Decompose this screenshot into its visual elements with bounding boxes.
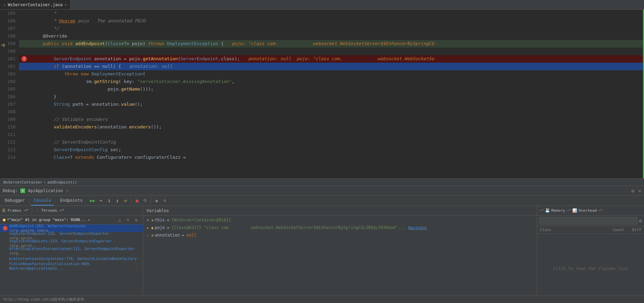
var-expand-pojo[interactable]: ▶ — [146, 226, 150, 230]
breadcrumb-method: addEndpoint() — [47, 180, 77, 185]
frame-error-icon-1: ! — [3, 226, 8, 231]
var-expand-this[interactable]: ▼ — [146, 218, 150, 222]
tab-console[interactable]: Console — [31, 196, 54, 206]
debug-header: Debug: ▶ ApiApplication ✕ ⚙ ✕ — [0, 186, 644, 196]
memory-empty-message: Click to load the classes list — [553, 266, 628, 271]
tab-endpoints-label: Endpoints — [60, 198, 82, 203]
sort-button[interactable]: ⇅ — [132, 216, 140, 224]
frame-item-1[interactable]: ! addEndpoint:202, WsServerContainer (or… — [0, 224, 143, 232]
status-bar: http://blog.csdn.net/@路华风小确幸发布 — [0, 295, 644, 303]
frame-jump-1[interactable]: ⤴ — [133, 225, 140, 232]
tab-bar: ☕ WsServerContainer.java ✕ — [0, 0, 644, 10]
run-to-cursor-button[interactable]: ⤾ — [122, 197, 129, 205]
tab-ws-server-container[interactable]: ☕ WsServerContainer.java ✕ — [0, 0, 71, 9]
frame-item-2[interactable]: registerEndpoint:155, ServerEndpointExpo… — [0, 232, 143, 240]
memory-search-bar: ⚙ — [537, 216, 644, 226]
frame-jump-6[interactable]: ⤴ — [134, 263, 140, 270]
debug-title-label: Debug: — [3, 188, 18, 193]
frame-list: ! addEndpoint:202, WsServerContainer (or… — [0, 224, 143, 303]
code-line-199: 199 ↑@ public void addEndpoint(Class<?> … — [0, 40, 644, 48]
memory-body[interactable]: Click to load the classes list — [537, 234, 644, 303]
var-this[interactable]: ▼ ≡ this = {WsServerContainer@9181} — [143, 216, 537, 224]
thread-dropdown-arrow: ▼ — [88, 218, 90, 222]
code-line-206: 206 } — [0, 93, 644, 101]
tab-debugger-label: Debugger — [5, 198, 25, 203]
tab-endpoints[interactable]: Endpoints — [57, 196, 85, 206]
code-line-212: 212 // ServerEndpointConfig — [0, 138, 644, 146]
frames-panel: ☰ Frames →* ⋮ Threads →* *"main" #1 in g… — [0, 206, 143, 303]
col-diff-label: Diff — [624, 228, 641, 232]
code-line-202: 202 if (annotation == null) { annotation… — [0, 63, 644, 70]
variables-panel: Variables ▼ ≡ this = {WsServerContainer@… — [143, 206, 537, 303]
debug-app-icon: ▶ — [20, 188, 25, 193]
toggle-breakpoints-button[interactable]: ◉ — [153, 197, 160, 205]
frames-header: ☰ Frames →* ⋮ Threads →* — [0, 206, 143, 216]
memory-settings-icon[interactable]: ⚙ — [639, 218, 642, 223]
mute-breakpoints-button[interactable]: ⊘ — [161, 197, 169, 205]
debug-app-name: ApiApplication — [28, 188, 63, 193]
code-line-204: 204 sm.getString( key: "serverContainer.… — [0, 78, 644, 85]
memory-header: →* 💾 Memory →* 📊 Overhead →* — [537, 206, 644, 216]
step-up-button[interactable]: △ — [116, 216, 123, 224]
var-annotation[interactable]: ▶ ≡ annotation = null — [143, 231, 537, 239]
code-line-196: 196 * @param pojo The annotated POJO — [0, 17, 644, 25]
frame-method-4: afterSingletonsInstantiated:111, ServerE… — [9, 247, 140, 255]
var-expand-annotation[interactable]: ▶ — [146, 233, 150, 237]
var-icon-pojo: ◉ — [151, 226, 153, 230]
code-line-203: 203 throw new DeploymentException( — [0, 70, 644, 78]
thread-label: *"main" #1 in group "main": RUNN... — [7, 218, 87, 222]
step-out-button[interactable]: ↥ — [113, 197, 121, 205]
memory-columns-header: Class Count Diff — [537, 226, 644, 234]
variables-header: Variables — [143, 206, 537, 216]
breadcrumb-class: WsServerContainer — [3, 180, 42, 185]
frame-method-5: preInstantiateSingletons:776, DefaultLis… — [9, 257, 137, 261]
var-icon-annotation: ≡ — [151, 233, 153, 237]
resume-button[interactable]: ▶▶ — [89, 197, 96, 205]
code-line-210: 210 validateEncoders(annotation.encoders… — [0, 123, 644, 131]
frame-item-6[interactable]: finishBeanFactoryInitialization:869, Abs… — [0, 262, 143, 270]
code-line-214: 214 Class<? extends Configurator> config… — [0, 154, 644, 161]
java-file-icon: ☕ — [3, 2, 6, 7]
debug-toolbar: Debugger | Console | Endpoints ▶▶ ↷ ↴ ↥ … — [0, 196, 644, 206]
var-pojo[interactable]: ▶ ◉ pojo = {Class@6317} "class com webso… — [143, 224, 537, 231]
code-line-211: 211 — [0, 131, 644, 138]
code-editor: 195 * 196 * @param pojo The annotated PO… — [0, 10, 644, 178]
tab-label: WsServerContainer.java — [8, 2, 63, 7]
overhead-label: Overhead — [578, 208, 597, 213]
code-line-197: 197 */ — [0, 25, 644, 32]
frame-item-3[interactable]: registerEndpoints:133, ServerEndpointExp… — [0, 240, 143, 247]
variables-list: ▼ ≡ this = {WsServerContainer@9181} ▶ ◉ … — [143, 216, 537, 303]
code-line-200: 200 — [0, 48, 644, 55]
debug-session-close[interactable]: ✕ — [67, 189, 69, 192]
frame-item-4[interactable]: afterSingletonsInstantiated:111, ServerE… — [0, 247, 143, 255]
debug-panel: Debug: ▶ ApiApplication ✕ ⚙ ✕ Debugger |… — [0, 186, 644, 303]
thread-status-indicator — [3, 219, 6, 221]
tab-close-button[interactable]: ✕ — [65, 3, 67, 7]
breadcrumb: WsServerContainer › addEndpoint() — [0, 178, 644, 186]
thread-selector[interactable]: *"main" #1 in group "main": RUNN... ▼ △ … — [0, 216, 143, 224]
code-line-198: 198 @Override — [0, 32, 644, 40]
tab-debugger[interactable]: Debugger — [2, 196, 28, 206]
restart-button[interactable]: ⟳ — [141, 197, 149, 205]
frame-item-5[interactable]: preInstantiateSingletons:776, DefaultLis… — [0, 255, 143, 262]
debug-body: ☰ Frames →* ⋮ Threads →* *"main" #1 in g… — [0, 206, 644, 303]
code-line-201: 201 ! ServerEndpoint annotation = pojo.g… — [0, 55, 644, 63]
var-navigate-pojo[interactable]: Navigate — [408, 226, 426, 230]
frames-label: Frames →* — [8, 208, 28, 213]
col-class-label: Class — [540, 228, 603, 232]
error-icon-201: ! — [21, 56, 27, 62]
threads-label: Threads →* — [41, 208, 64, 213]
stop-button[interactable]: ■ — [133, 197, 141, 205]
code-line-207: 207 String path = annotation.value(); — [0, 101, 644, 108]
step-into-button[interactable]: ↴ — [105, 197, 113, 205]
code-line-195: 195 * — [0, 10, 644, 17]
memory-search-input[interactable] — [539, 217, 638, 224]
variables-label: Variables — [147, 208, 169, 213]
debug-close-icon[interactable]: ✕ — [638, 188, 641, 194]
code-line-208: 208 — [0, 108, 644, 116]
tab-console-label: Console — [34, 198, 51, 203]
step-down-button[interactable]: ▽ — [124, 216, 132, 224]
code-line-213: 213 ServerEndpointConfig sec; — [0, 146, 644, 154]
debug-settings-icon[interactable]: ⚙ — [631, 188, 634, 194]
step-over-button[interactable]: ↷ — [97, 197, 104, 205]
